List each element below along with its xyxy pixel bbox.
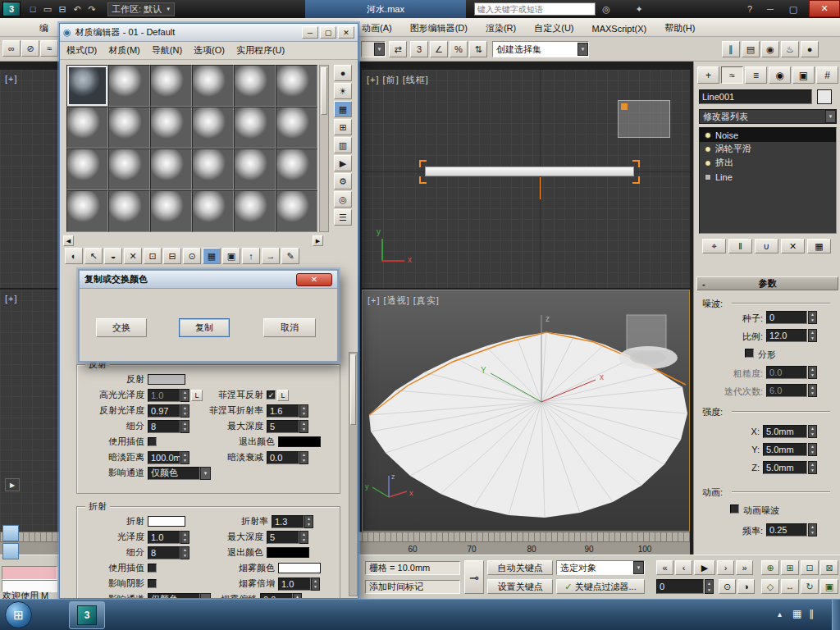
refl-interp-checkbox[interactable]: [148, 437, 157, 446]
sample-slot[interactable]: [108, 148, 150, 190]
pin-stack-button[interactable]: ⌖: [702, 239, 726, 253]
go-to-parent-button[interactable]: ↑: [242, 248, 260, 264]
sample-slot[interactable]: [66, 190, 108, 232]
workspace-selector[interactable]: 工作区: 默认 ▼: [107, 2, 175, 16]
open-file-icon[interactable]: ▭: [40, 2, 55, 16]
strength-x-field[interactable]: 5.0mm: [763, 425, 807, 438]
scroll-right-button[interactable]: ▶: [313, 235, 323, 246]
viewport-persp-label[interactable]: [+] [透视] [真实]: [368, 294, 440, 307]
tab-hierarchy[interactable]: ≡: [745, 66, 767, 84]
key-mode-toggle-button[interactable]: ⊙: [719, 579, 736, 594]
pick-material-button[interactable]: ✎: [281, 248, 299, 264]
rollout-parameters-header[interactable]: - 参数: [696, 276, 838, 290]
sample-slot[interactable]: [192, 148, 234, 190]
swap-button[interactable]: 交换: [96, 318, 147, 337]
modifier-bulb-icon[interactable]: [705, 160, 711, 167]
background-button[interactable]: ▦: [334, 101, 352, 117]
dim-distance-field[interactable]: 100.0m: [148, 451, 180, 464]
sample-scrollbar-thumb[interactable]: [321, 67, 327, 115]
refl-max-depth-spinner[interactable]: [299, 420, 308, 433]
undo-icon[interactable]: ↶: [70, 2, 84, 16]
fractal-checkbox[interactable]: [745, 349, 754, 358]
frequency-field[interactable]: 0.25: [766, 523, 807, 536]
menu-rendering[interactable]: 渲染(R): [486, 22, 516, 34]
refl-exit-color-swatch[interactable]: [278, 436, 321, 447]
configure-modifier-sets-button[interactable]: ▦: [807, 239, 831, 253]
app-logo-icon[interactable]: 3: [2, 2, 21, 16]
dim-falloff-field[interactable]: 0.0: [267, 451, 299, 464]
sample-slot[interactable]: [108, 107, 150, 148]
named-selection-set-combo[interactable]: 创建选择集 ▼: [492, 41, 589, 57]
layer-manager-icon[interactable]: ▤: [742, 41, 760, 57]
refl-subdivs-field[interactable]: 8: [148, 420, 180, 433]
refl-gloss-field[interactable]: 0.97: [148, 404, 180, 418]
fresnel-checkbox[interactable]: [267, 390, 276, 399]
zoom-extents-all-button[interactable]: ⊠: [820, 560, 838, 575]
sample-slot[interactable]: [276, 190, 317, 232]
viewport-layout-tab[interactable]: [2, 525, 19, 541]
affect-shadows-checkbox[interactable]: [148, 579, 157, 588]
me-minimize-button[interactable]: ─: [302, 26, 318, 39]
menu-graph-editors[interactable]: 图形编辑器(D): [410, 22, 468, 34]
key-selection-combo[interactable]: 选定对象 ▼: [556, 560, 645, 575]
sample-tiling-button[interactable]: ⊞: [334, 119, 352, 135]
sample-slot-active[interactable]: [66, 65, 108, 107]
set-key-button[interactable]: 设置关键点: [487, 579, 553, 594]
auto-key-button[interactable]: 自动关键点: [487, 560, 553, 575]
tray-show-hidden-icon[interactable]: ▴: [778, 609, 782, 619]
sample-slot[interactable]: [234, 190, 276, 232]
tab-utilities[interactable]: #: [816, 66, 838, 84]
selection-filter-combo[interactable]: ▼: [361, 41, 386, 57]
reset-material-button[interactable]: ✕: [124, 248, 142, 264]
roughness-field[interactable]: 0.0: [766, 366, 807, 379]
put-to-library-button[interactable]: ⊟: [163, 248, 181, 264]
material-editor-icon[interactable]: ◉: [761, 41, 779, 57]
me-menu-options[interactable]: 选项(O): [194, 44, 225, 57]
stack-item-line[interactable]: Line: [700, 170, 836, 184]
window-maximize-button[interactable]: ▢: [786, 2, 801, 16]
iterations-field[interactable]: 6.0: [766, 384, 807, 397]
viewport-label[interactable]: [+]: [5, 74, 18, 84]
sample-slot[interactable]: [108, 65, 150, 107]
field-of-view-button[interactable]: ◇: [761, 579, 779, 594]
go-forward-to-sibling-button[interactable]: →: [262, 248, 280, 264]
sample-slot[interactable]: [276, 65, 317, 107]
material-id-button[interactable]: ⊙: [183, 248, 201, 264]
window-close-button[interactable]: ✕: [809, 0, 840, 17]
maximize-viewport-button[interactable]: ▣: [820, 579, 838, 594]
sample-slot[interactable]: [108, 190, 150, 232]
refract-color-swatch[interactable]: [148, 516, 185, 527]
viewport-front-label[interactable]: [+] [前] [线框]: [367, 74, 429, 86]
strength-y-field[interactable]: 5.0mm: [763, 443, 807, 456]
frequency-spinner[interactable]: [808, 523, 817, 536]
align-icon[interactable]: ∥: [722, 41, 740, 57]
sample-slot[interactable]: [234, 65, 276, 107]
backlight-button[interactable]: ☀: [334, 83, 352, 99]
taskbar-3dsmax-button[interactable]: 3: [69, 601, 105, 629]
tab-modify[interactable]: ≈: [721, 66, 743, 84]
me-menu-navigation[interactable]: 导航(N): [152, 44, 182, 57]
make-unique-button[interactable]: ∪: [755, 239, 778, 253]
hilight-gloss-field[interactable]: 1.0: [148, 389, 180, 402]
sample-slot[interactable]: [150, 148, 192, 190]
iterations-spinner[interactable]: [808, 384, 817, 397]
dim-falloff-spinner[interactable]: [299, 451, 308, 464]
zoom-all-button[interactable]: ⊞: [781, 560, 799, 575]
tab-create[interactable]: +: [697, 66, 719, 84]
me-close-button[interactable]: ✕: [338, 26, 354, 39]
show-end-result-button[interactable]: ▣: [222, 248, 240, 264]
reflect-color-swatch[interactable]: [148, 374, 185, 385]
fresnel-ior-field[interactable]: 1.6: [267, 404, 299, 418]
next-frame-button[interactable]: ›: [717, 560, 734, 575]
refl-gloss-spinner[interactable]: [180, 404, 189, 418]
show-desktop-button[interactable]: [832, 600, 840, 630]
percent-snap-icon[interactable]: %: [450, 41, 468, 57]
sample-slot[interactable]: [234, 107, 276, 148]
sample-scrollbar-track[interactable]: [319, 65, 329, 232]
params-scrollbar-track[interactable]: [349, 352, 358, 596]
strength-x-spinner[interactable]: [808, 425, 817, 438]
copy-button[interactable]: 复制: [179, 318, 230, 337]
sample-slot[interactable]: [234, 148, 276, 190]
put-to-scene-button[interactable]: ↖: [84, 248, 103, 264]
material-map-navigator-button[interactable]: ☰: [334, 209, 352, 226]
